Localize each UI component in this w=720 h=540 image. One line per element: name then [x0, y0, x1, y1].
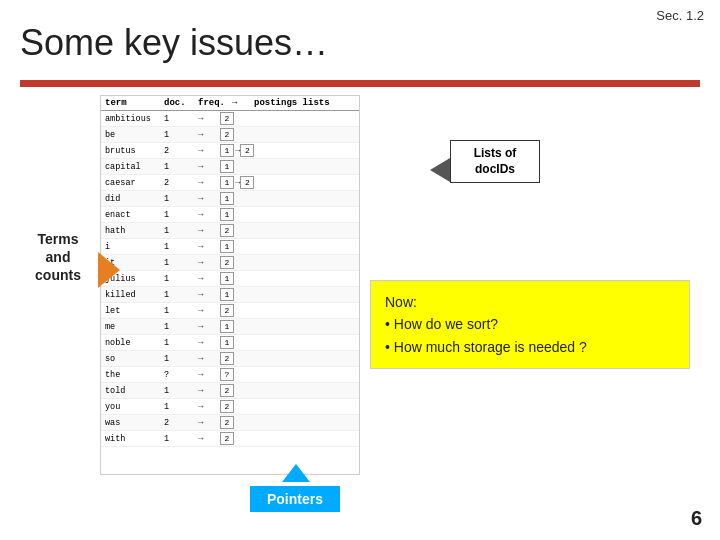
cell-term: enact — [105, 210, 160, 220]
cell-term: killed — [105, 290, 160, 300]
table-row: enact1→1 — [101, 207, 359, 223]
cell-freq: 1 — [164, 194, 194, 204]
cell-postings: 1 — [220, 272, 355, 285]
posting-box: 1 — [220, 144, 234, 157]
cell-arrow: → — [198, 306, 216, 316]
terms-arrow-icon — [98, 252, 120, 288]
cell-freq: 1 — [164, 290, 194, 300]
posting-box: 2 — [240, 144, 254, 157]
posting-box: 1 — [220, 288, 234, 301]
posting-box: 2 — [220, 112, 234, 125]
table-row: it1→2 — [101, 255, 359, 271]
cell-freq: 1 — [164, 130, 194, 140]
cell-arrow: → — [198, 418, 216, 428]
section-label: Sec. 1.2 — [656, 8, 704, 23]
cell-freq: 1 — [164, 114, 194, 124]
table-row: capital1→1 — [101, 159, 359, 175]
cell-postings: 2 — [220, 304, 355, 317]
now-bullet-2: • How much storage is needed ? — [385, 336, 675, 358]
table-row: so1→2 — [101, 351, 359, 367]
cell-postings: 2 — [220, 256, 355, 269]
posting-box: 2 — [240, 176, 254, 189]
cell-arrow: → — [198, 386, 216, 396]
col-freq-header: freq. — [198, 98, 228, 108]
docids-arrow-icon — [430, 158, 450, 182]
cell-postings: 2 — [220, 224, 355, 237]
posting-box: 1 — [220, 240, 234, 253]
cell-term: so — [105, 354, 160, 364]
table-row: me1→1 — [101, 319, 359, 335]
cell-arrow: → — [198, 402, 216, 412]
posting-box: 1 — [220, 208, 234, 221]
cell-freq: 1 — [164, 402, 194, 412]
cell-arrow: → — [198, 178, 216, 188]
cell-freq: 1 — [164, 306, 194, 316]
posting-box: 1 — [220, 320, 234, 333]
docids-callout: Lists of docIDs — [450, 140, 540, 183]
cell-arrow: → — [198, 258, 216, 268]
table-row: told1→2 — [101, 383, 359, 399]
table-row: i1→1 — [101, 239, 359, 255]
table-row: did1→1 — [101, 191, 359, 207]
posting-box: 2 — [220, 128, 234, 141]
decorative-bar — [20, 80, 700, 87]
index-table: term doc. freq. → postings lists ambitio… — [100, 95, 360, 475]
terms-label: Termsandcounts — [18, 230, 98, 285]
cell-postings: 2 — [220, 416, 355, 429]
cell-postings: 2 — [220, 384, 355, 397]
cell-arrow: → — [198, 146, 216, 156]
cell-postings: 1 — [220, 320, 355, 333]
pointers-arrow-icon — [282, 464, 310, 482]
cell-term: noble — [105, 338, 160, 348]
cell-freq: 1 — [164, 354, 194, 364]
cell-arrow: → — [198, 242, 216, 252]
posting-box: ? — [220, 368, 234, 381]
posting-box: 1 — [220, 336, 234, 349]
col-doc-header: doc. — [164, 98, 194, 108]
cell-freq: 1 — [164, 258, 194, 268]
col-postings-header: postings lists — [254, 98, 355, 108]
cell-arrow: → — [198, 338, 216, 348]
cell-freq: 1 — [164, 274, 194, 284]
cell-postings: 2 — [220, 432, 355, 445]
cell-term: let — [105, 306, 160, 316]
page-title: Some key issues… — [20, 22, 328, 64]
posting-box: 2 — [220, 400, 234, 413]
cell-term: be — [105, 130, 160, 140]
cell-arrow: → — [198, 290, 216, 300]
cell-term: the — [105, 370, 160, 380]
cell-term: told — [105, 386, 160, 396]
cell-freq: 2 — [164, 418, 194, 428]
cell-arrow: → — [198, 130, 216, 140]
cell-arrow: → — [198, 210, 216, 220]
cell-freq: 1 — [164, 210, 194, 220]
now-title: Now: — [385, 291, 675, 313]
cell-term: you — [105, 402, 160, 412]
cell-arrow: → — [198, 226, 216, 236]
table-header: term doc. freq. → postings lists — [101, 96, 359, 111]
table-row: julius1→1 — [101, 271, 359, 287]
posting-box: 2 — [220, 384, 234, 397]
cell-freq: 1 — [164, 434, 194, 444]
cell-freq: ? — [164, 370, 194, 380]
cell-postings: 2 — [220, 400, 355, 413]
cell-term: did — [105, 194, 160, 204]
cell-term: capital — [105, 162, 160, 172]
cell-arrow: → — [198, 434, 216, 444]
cell-arrow: → — [198, 322, 216, 332]
posting-box: 1 — [220, 160, 234, 173]
posting-box: 1 — [220, 192, 234, 205]
cell-postings: 1 — [220, 192, 355, 205]
cell-freq: 1 — [164, 162, 194, 172]
cell-freq: 2 — [164, 178, 194, 188]
cell-arrow: → — [198, 194, 216, 204]
cell-term: brutus — [105, 146, 160, 156]
table-row: noble1→1 — [101, 335, 359, 351]
posting-box: 2 — [220, 352, 234, 365]
cell-postings: 2 — [220, 352, 355, 365]
cell-term: with — [105, 434, 160, 444]
col-arrow-header: → — [232, 98, 250, 108]
cell-postings: 1 — [220, 288, 355, 301]
cell-postings: 2 — [220, 128, 355, 141]
cell-arrow: → — [198, 354, 216, 364]
